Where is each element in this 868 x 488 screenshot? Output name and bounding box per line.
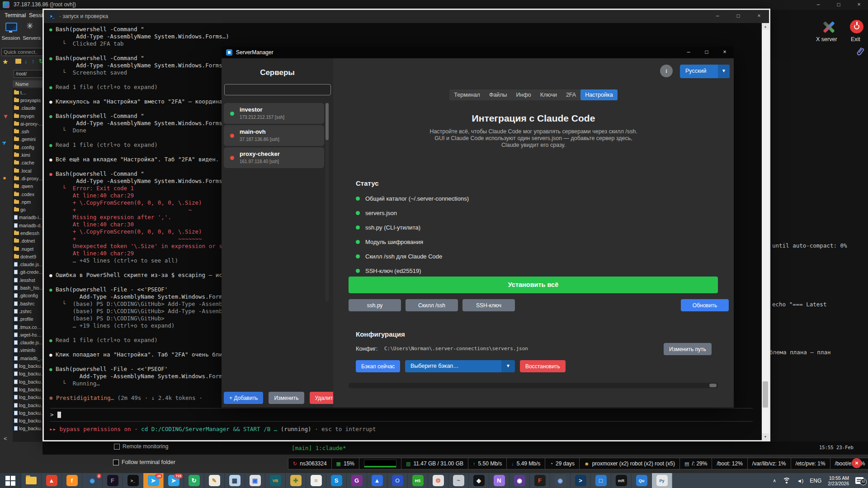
taskbar-notepad[interactable]: ≡ bbox=[306, 473, 326, 488]
terminal-close-button[interactable]: × bbox=[749, 10, 769, 23]
taskbar-github[interactable]: ◉ bbox=[509, 473, 530, 488]
taskbar-sync[interactable]: ↻ bbox=[184, 473, 204, 488]
tree-item[interactable]: .gemini bbox=[13, 136, 43, 143]
session-icon[interactable] bbox=[5, 23, 17, 31]
monitoring-close-icon[interactable]: × bbox=[852, 458, 862, 468]
tree-item[interactable]: .nuget bbox=[13, 245, 43, 253]
install-all-button[interactable]: Установить всё bbox=[349, 277, 718, 293]
tree-item[interactable]: .cache bbox=[13, 159, 43, 167]
favorites-star-icon[interactable]: ★ bbox=[2, 58, 8, 66]
follow-terminal-folder-checkbox[interactable]: Follow terminal folder bbox=[113, 459, 175, 465]
close-button[interactable]: × bbox=[850, 0, 868, 10]
taskbar-settings-app[interactable]: ⚙ bbox=[428, 473, 448, 488]
tab-файлы[interactable]: Файлы bbox=[485, 89, 512, 100]
taskbar-blue-swirl-app[interactable]: S bbox=[326, 473, 347, 488]
telegram-plane-icon[interactable]: ➤ bbox=[0, 138, 9, 147]
path-input[interactable]: /root/ bbox=[14, 70, 43, 78]
backup-now-button[interactable]: Бэкап сейчас bbox=[356, 360, 400, 372]
add-server-button[interactable]: + Добавить bbox=[224, 392, 263, 404]
taskbar-purple-n-app[interactable]: N bbox=[489, 473, 509, 488]
terminal-scrollbar[interactable]: ▲ ▼ bbox=[762, 23, 769, 440]
taskbar-mobaxterm[interactable]: mR bbox=[611, 473, 632, 488]
taskbar-clock[interactable]: 10:55 AM2/23/2026 bbox=[828, 475, 849, 486]
taskbar-file-explorer[interactable] bbox=[21, 473, 42, 488]
terminal-minimize-button[interactable]: – bbox=[708, 10, 727, 23]
tree-item[interactable]: myvpn bbox=[13, 112, 43, 120]
tray-expand-icon[interactable]: ∧ bbox=[773, 478, 776, 483]
tree-item[interactable]: t… bbox=[13, 89, 43, 96]
taskbar-cmd[interactable]: >_ bbox=[123, 473, 143, 488]
taskbar-hs-app[interactable]: HS bbox=[408, 473, 428, 488]
terminal-tab-title[interactable]: · запуск и проверка bbox=[59, 13, 108, 19]
tree-item[interactable]: .tmux.co… bbox=[13, 323, 43, 331]
horizontal-scrollbar[interactable] bbox=[349, 383, 718, 388]
taskbar-blue-bird[interactable]: ◉2 bbox=[82, 473, 103, 488]
tree-item[interactable]: log_backu… bbox=[13, 385, 43, 393]
tool-button[interactable]: SSH-ключ bbox=[462, 299, 515, 311]
tree-item[interactable]: .git-crede… bbox=[13, 268, 43, 276]
tab-2fa[interactable]: 2FA bbox=[561, 89, 580, 100]
tree-item[interactable]: .kimi bbox=[13, 151, 43, 159]
servers-icon[interactable]: ✳ bbox=[26, 21, 33, 31]
taskbar-vb-app[interactable]: VB bbox=[265, 473, 286, 488]
taskbar-diagnostics[interactable]: ~ bbox=[448, 473, 469, 488]
session-button[interactable]: Session bbox=[1, 35, 21, 41]
sm-maximize-button[interactable]: □ bbox=[698, 47, 716, 58]
notifications-icon[interactable]: 32 bbox=[855, 477, 863, 484]
taskbar-telegram[interactable]: ➤715 bbox=[164, 473, 184, 488]
tree-item[interactable]: .lesshst bbox=[13, 276, 43, 284]
rail-red-icon[interactable]: ▼ bbox=[3, 113, 9, 120]
taskbar-telegram-alert[interactable]: ➤.26 bbox=[143, 473, 164, 488]
tree-item[interactable]: .npm bbox=[13, 198, 43, 206]
tool-button[interactable]: ssh.py bbox=[349, 299, 401, 311]
remote-monitoring-checkbox[interactable]: Remote monitoring bbox=[114, 443, 168, 450]
tree-item[interactable]: .mariadb_… bbox=[13, 354, 43, 362]
tree-item[interactable]: log_backu… bbox=[13, 370, 43, 378]
edit-server-button[interactable]: Изменить bbox=[269, 392, 304, 404]
taskbar-3d-tool[interactable]: ✚ bbox=[286, 473, 306, 488]
taskbar-fnky-game[interactable]: F bbox=[103, 473, 123, 488]
taskbar-firefox[interactable]: f bbox=[62, 473, 82, 488]
maximize-button[interactable]: □ bbox=[830, 0, 848, 10]
tree-item[interactable]: go bbox=[13, 206, 43, 213]
tree-item[interactable]: .codex bbox=[13, 190, 43, 198]
x-server-icon[interactable] bbox=[821, 20, 836, 34]
sm-close-button[interactable]: × bbox=[716, 47, 734, 58]
rail-orange-icon[interactable]: ● bbox=[3, 174, 6, 181]
tree-item[interactable]: .di-proxy… bbox=[13, 174, 43, 182]
tree-item[interactable]: dotnet9 bbox=[13, 253, 43, 260]
tree-item[interactable]: log_backu… bbox=[13, 409, 43, 417]
tree-item[interactable]: .wget-hs… bbox=[13, 331, 43, 338]
tree-item[interactable]: .local bbox=[13, 167, 43, 174]
tree-item[interactable]: mariadb-d… bbox=[13, 221, 43, 229]
taskbar-figma[interactable]: F bbox=[530, 473, 550, 488]
language-select[interactable]: Русский ▼ bbox=[680, 65, 730, 78]
terminal-maximize-button[interactable]: □ bbox=[728, 10, 748, 23]
server-search-input[interactable] bbox=[224, 84, 331, 95]
menu-sessions[interactable]: Sessions bbox=[29, 12, 43, 19]
tool-button[interactable]: Скилл /ssh bbox=[406, 299, 458, 311]
taskbar-brave[interactable]: ▲ bbox=[42, 473, 62, 488]
x-server-button[interactable]: X server bbox=[816, 36, 837, 42]
taskbar-cube-app[interactable]: ◆ bbox=[469, 473, 489, 488]
claude-prompt-input[interactable]: > bbox=[50, 408, 753, 422]
tree-item[interactable]: log_backu… bbox=[13, 401, 43, 409]
taskbar-start[interactable] bbox=[0, 473, 21, 488]
scroll-up-icon[interactable]: ▲ bbox=[762, 23, 769, 30]
tree-item[interactable]: .claude.js… bbox=[13, 339, 43, 347]
tree-item[interactable]: log_backu… bbox=[13, 425, 43, 432]
taskbar-purple-g-app[interactable]: G bbox=[347, 473, 367, 488]
taskbar-calculator[interactable]: ▦ bbox=[225, 473, 245, 488]
quick-connect-input[interactable]: Quick connect.. bbox=[1, 48, 43, 56]
wifi-icon[interactable] bbox=[783, 478, 791, 483]
tab-ключи[interactable]: Ключи bbox=[536, 89, 561, 100]
tree-item[interactable]: .gitconfig bbox=[13, 292, 43, 300]
tree-item[interactable]: .zshrc bbox=[13, 307, 43, 315]
tab-терминал[interactable]: Терминал bbox=[449, 89, 485, 100]
taskbar-blue-octopus-app[interactable]: O bbox=[387, 473, 408, 488]
tree-item[interactable]: .bashrc bbox=[13, 300, 43, 307]
restore-button[interactable]: Восстановить bbox=[520, 360, 566, 372]
taskbar-python[interactable]: Py bbox=[652, 473, 672, 488]
download-icon[interactable]: ↓ bbox=[24, 58, 28, 65]
tree-item[interactable]: .dotnet bbox=[13, 237, 43, 245]
